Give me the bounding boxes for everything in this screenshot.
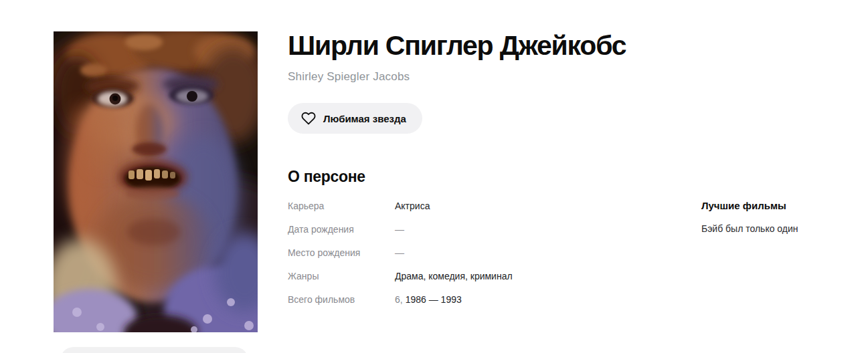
fact-row-birth-place: Место рождения — xyxy=(288,247,663,271)
person-photo[interactable] xyxy=(54,31,258,332)
button-below-photo[interactable] xyxy=(60,347,248,353)
career-value-link[interactable]: Актриса xyxy=(395,201,430,211)
fact-row-career: Карьера Актриса xyxy=(288,201,663,224)
fact-label: Место рождения xyxy=(288,247,395,258)
fact-row-genres: Жанры Драма, комедия, криминал xyxy=(288,271,663,294)
best-films-section: Лучшие фильмы Бэйб был только один xyxy=(701,200,862,234)
total-films-value: 6,1986 — 1993 xyxy=(395,294,462,305)
fact-label: Всего фильмов xyxy=(288,294,395,305)
person-header: Ширли Спиглер Джейкобс Shirley Spiegler … xyxy=(288,29,716,134)
fact-label: Дата рождения xyxy=(288,224,395,235)
favorite-star-label: Любимая звезда xyxy=(323,113,406,124)
page-title: Ширли Спиглер Джейкобс xyxy=(288,29,716,62)
genres-value[interactable]: Драма, комедия, криминал xyxy=(395,271,513,281)
heart-icon xyxy=(301,111,316,126)
films-count-link[interactable]: 6, xyxy=(395,294,403,305)
about-section-title: О персоне xyxy=(288,168,663,186)
birth-date-value: — xyxy=(395,224,404,235)
person-photo-art xyxy=(54,31,258,332)
fact-row-birth-date: Дата рождения — xyxy=(288,224,663,247)
fact-label: Жанры xyxy=(288,271,395,281)
films-years-range: 1986 — 1993 xyxy=(406,294,462,305)
facts-table: Карьера Актриса Дата рождения — Место ро… xyxy=(288,201,663,318)
fact-row-total-films: Всего фильмов 6,1986 — 1993 xyxy=(288,294,663,318)
birth-place-value: — xyxy=(395,247,404,258)
fact-label: Карьера xyxy=(288,201,395,211)
favorite-star-button[interactable]: Любимая звезда xyxy=(288,103,422,134)
best-film-link[interactable]: Бэйб был только один xyxy=(701,223,862,234)
about-section: О персоне Карьера Актриса Дата рождения … xyxy=(288,168,663,318)
person-original-name: Shirley Spiegler Jacobs xyxy=(288,70,716,84)
best-films-title: Лучшие фильмы xyxy=(701,200,862,211)
